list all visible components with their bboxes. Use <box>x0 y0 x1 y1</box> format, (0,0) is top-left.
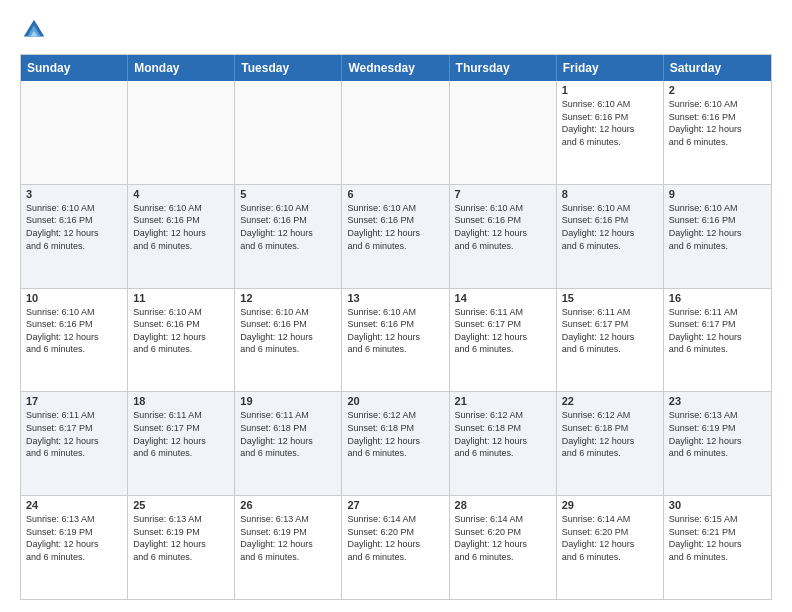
header-day-thursday: Thursday <box>450 55 557 81</box>
calendar-header: SundayMondayTuesdayWednesdayThursdayFrid… <box>21 55 771 81</box>
day-info: Sunrise: 6:12 AM Sunset: 6:18 PM Dayligh… <box>562 409 658 459</box>
day-cell-22: 22Sunrise: 6:12 AM Sunset: 6:18 PM Dayli… <box>557 392 664 495</box>
day-info: Sunrise: 6:13 AM Sunset: 6:19 PM Dayligh… <box>240 513 336 563</box>
day-number: 24 <box>26 499 122 511</box>
day-cell-19: 19Sunrise: 6:11 AM Sunset: 6:18 PM Dayli… <box>235 392 342 495</box>
day-number: 21 <box>455 395 551 407</box>
day-cell-8: 8Sunrise: 6:10 AM Sunset: 6:16 PM Daylig… <box>557 185 664 288</box>
day-info: Sunrise: 6:10 AM Sunset: 6:16 PM Dayligh… <box>347 306 443 356</box>
day-info: Sunrise: 6:11 AM Sunset: 6:18 PM Dayligh… <box>240 409 336 459</box>
day-cell-26: 26Sunrise: 6:13 AM Sunset: 6:19 PM Dayli… <box>235 496 342 599</box>
header-day-wednesday: Wednesday <box>342 55 449 81</box>
calendar-row-4: 24Sunrise: 6:13 AM Sunset: 6:19 PM Dayli… <box>21 495 771 599</box>
day-info: Sunrise: 6:13 AM Sunset: 6:19 PM Dayligh… <box>669 409 766 459</box>
day-cell-28: 28Sunrise: 6:14 AM Sunset: 6:20 PM Dayli… <box>450 496 557 599</box>
day-number: 18 <box>133 395 229 407</box>
calendar-row-1: 3Sunrise: 6:10 AM Sunset: 6:16 PM Daylig… <box>21 184 771 288</box>
day-number: 22 <box>562 395 658 407</box>
day-cell-11: 11Sunrise: 6:10 AM Sunset: 6:16 PM Dayli… <box>128 289 235 392</box>
day-cell-30: 30Sunrise: 6:15 AM Sunset: 6:21 PM Dayli… <box>664 496 771 599</box>
day-info: Sunrise: 6:13 AM Sunset: 6:19 PM Dayligh… <box>133 513 229 563</box>
day-cell-27: 27Sunrise: 6:14 AM Sunset: 6:20 PM Dayli… <box>342 496 449 599</box>
day-number: 5 <box>240 188 336 200</box>
day-cell-9: 9Sunrise: 6:10 AM Sunset: 6:16 PM Daylig… <box>664 185 771 288</box>
calendar-body: 1Sunrise: 6:10 AM Sunset: 6:16 PM Daylig… <box>21 81 771 599</box>
header-day-tuesday: Tuesday <box>235 55 342 81</box>
day-info: Sunrise: 6:14 AM Sunset: 6:20 PM Dayligh… <box>347 513 443 563</box>
header-day-saturday: Saturday <box>664 55 771 81</box>
day-info: Sunrise: 6:10 AM Sunset: 6:16 PM Dayligh… <box>240 202 336 252</box>
day-number: 28 <box>455 499 551 511</box>
day-cell-20: 20Sunrise: 6:12 AM Sunset: 6:18 PM Dayli… <box>342 392 449 495</box>
header-day-friday: Friday <box>557 55 664 81</box>
day-info: Sunrise: 6:11 AM Sunset: 6:17 PM Dayligh… <box>669 306 766 356</box>
logo <box>20 16 52 44</box>
day-cell-25: 25Sunrise: 6:13 AM Sunset: 6:19 PM Dayli… <box>128 496 235 599</box>
header-day-monday: Monday <box>128 55 235 81</box>
day-info: Sunrise: 6:10 AM Sunset: 6:16 PM Dayligh… <box>562 98 658 148</box>
day-number: 29 <box>562 499 658 511</box>
day-number: 1 <box>562 84 658 96</box>
calendar-row-0: 1Sunrise: 6:10 AM Sunset: 6:16 PM Daylig… <box>21 81 771 184</box>
page: SundayMondayTuesdayWednesdayThursdayFrid… <box>0 0 792 612</box>
day-info: Sunrise: 6:11 AM Sunset: 6:17 PM Dayligh… <box>133 409 229 459</box>
day-cell-1: 1Sunrise: 6:10 AM Sunset: 6:16 PM Daylig… <box>557 81 664 184</box>
day-info: Sunrise: 6:14 AM Sunset: 6:20 PM Dayligh… <box>562 513 658 563</box>
day-number: 26 <box>240 499 336 511</box>
day-info: Sunrise: 6:13 AM Sunset: 6:19 PM Dayligh… <box>26 513 122 563</box>
empty-cell <box>235 81 342 184</box>
day-number: 23 <box>669 395 766 407</box>
day-cell-2: 2Sunrise: 6:10 AM Sunset: 6:16 PM Daylig… <box>664 81 771 184</box>
day-cell-16: 16Sunrise: 6:11 AM Sunset: 6:17 PM Dayli… <box>664 289 771 392</box>
day-cell-21: 21Sunrise: 6:12 AM Sunset: 6:18 PM Dayli… <box>450 392 557 495</box>
day-number: 15 <box>562 292 658 304</box>
empty-cell <box>128 81 235 184</box>
header <box>20 16 772 44</box>
day-number: 8 <box>562 188 658 200</box>
day-cell-17: 17Sunrise: 6:11 AM Sunset: 6:17 PM Dayli… <box>21 392 128 495</box>
day-cell-13: 13Sunrise: 6:10 AM Sunset: 6:16 PM Dayli… <box>342 289 449 392</box>
day-info: Sunrise: 6:11 AM Sunset: 6:17 PM Dayligh… <box>455 306 551 356</box>
day-number: 19 <box>240 395 336 407</box>
day-cell-14: 14Sunrise: 6:11 AM Sunset: 6:17 PM Dayli… <box>450 289 557 392</box>
day-number: 12 <box>240 292 336 304</box>
day-info: Sunrise: 6:11 AM Sunset: 6:17 PM Dayligh… <box>562 306 658 356</box>
day-info: Sunrise: 6:10 AM Sunset: 6:16 PM Dayligh… <box>347 202 443 252</box>
day-number: 17 <box>26 395 122 407</box>
day-info: Sunrise: 6:12 AM Sunset: 6:18 PM Dayligh… <box>455 409 551 459</box>
day-info: Sunrise: 6:10 AM Sunset: 6:16 PM Dayligh… <box>26 306 122 356</box>
empty-cell <box>342 81 449 184</box>
day-number: 14 <box>455 292 551 304</box>
day-info: Sunrise: 6:15 AM Sunset: 6:21 PM Dayligh… <box>669 513 766 563</box>
day-info: Sunrise: 6:11 AM Sunset: 6:17 PM Dayligh… <box>26 409 122 459</box>
day-cell-10: 10Sunrise: 6:10 AM Sunset: 6:16 PM Dayli… <box>21 289 128 392</box>
day-info: Sunrise: 6:10 AM Sunset: 6:16 PM Dayligh… <box>133 202 229 252</box>
day-number: 25 <box>133 499 229 511</box>
day-number: 16 <box>669 292 766 304</box>
day-cell-15: 15Sunrise: 6:11 AM Sunset: 6:17 PM Dayli… <box>557 289 664 392</box>
day-number: 3 <box>26 188 122 200</box>
empty-cell <box>21 81 128 184</box>
day-number: 2 <box>669 84 766 96</box>
day-number: 20 <box>347 395 443 407</box>
header-day-sunday: Sunday <box>21 55 128 81</box>
day-cell-3: 3Sunrise: 6:10 AM Sunset: 6:16 PM Daylig… <box>21 185 128 288</box>
day-info: Sunrise: 6:10 AM Sunset: 6:16 PM Dayligh… <box>455 202 551 252</box>
calendar-row-2: 10Sunrise: 6:10 AM Sunset: 6:16 PM Dayli… <box>21 288 771 392</box>
day-info: Sunrise: 6:10 AM Sunset: 6:16 PM Dayligh… <box>562 202 658 252</box>
day-info: Sunrise: 6:10 AM Sunset: 6:16 PM Dayligh… <box>133 306 229 356</box>
day-cell-23: 23Sunrise: 6:13 AM Sunset: 6:19 PM Dayli… <box>664 392 771 495</box>
day-info: Sunrise: 6:10 AM Sunset: 6:16 PM Dayligh… <box>26 202 122 252</box>
day-cell-6: 6Sunrise: 6:10 AM Sunset: 6:16 PM Daylig… <box>342 185 449 288</box>
day-cell-4: 4Sunrise: 6:10 AM Sunset: 6:16 PM Daylig… <box>128 185 235 288</box>
day-info: Sunrise: 6:10 AM Sunset: 6:16 PM Dayligh… <box>240 306 336 356</box>
day-info: Sunrise: 6:14 AM Sunset: 6:20 PM Dayligh… <box>455 513 551 563</box>
calendar-row-3: 17Sunrise: 6:11 AM Sunset: 6:17 PM Dayli… <box>21 391 771 495</box>
day-info: Sunrise: 6:12 AM Sunset: 6:18 PM Dayligh… <box>347 409 443 459</box>
day-number: 4 <box>133 188 229 200</box>
day-info: Sunrise: 6:10 AM Sunset: 6:16 PM Dayligh… <box>669 98 766 148</box>
day-info: Sunrise: 6:10 AM Sunset: 6:16 PM Dayligh… <box>669 202 766 252</box>
day-number: 6 <box>347 188 443 200</box>
day-cell-29: 29Sunrise: 6:14 AM Sunset: 6:20 PM Dayli… <box>557 496 664 599</box>
day-cell-7: 7Sunrise: 6:10 AM Sunset: 6:16 PM Daylig… <box>450 185 557 288</box>
